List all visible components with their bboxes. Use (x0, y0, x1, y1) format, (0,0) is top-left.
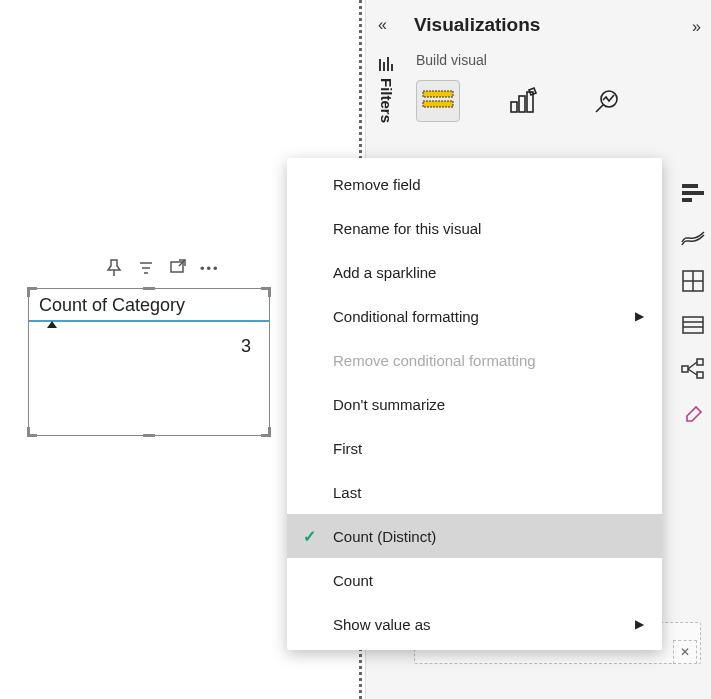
remove-field-button[interactable]: ✕ (673, 640, 697, 664)
filter-icon[interactable] (136, 258, 156, 278)
submenu-arrow-icon: ▶ (635, 309, 644, 323)
checkmark-icon: ✓ (303, 527, 316, 546)
focus-mode-icon[interactable] (168, 258, 188, 278)
menu-first[interactable]: First (287, 426, 662, 470)
resize-handle-br[interactable] (261, 427, 271, 437)
menu-conditional-formatting[interactable]: Conditional formatting▶ (287, 294, 662, 338)
menu-count[interactable]: Count (287, 558, 662, 602)
field-context-menu: Remove field Rename for this visual Add … (287, 158, 662, 650)
pane-title: Visualizations (406, 14, 711, 36)
pane-subtitle: Build visual (406, 36, 711, 80)
svg-rect-6 (379, 59, 381, 71)
resize-handle-bl[interactable] (27, 427, 37, 437)
build-tab[interactable] (416, 80, 460, 122)
svg-rect-12 (511, 102, 517, 112)
svg-line-30 (688, 369, 697, 375)
svg-rect-8 (387, 57, 389, 71)
eraser-icon[interactable] (678, 398, 708, 428)
svg-rect-26 (682, 366, 688, 372)
stacked-bar-chart-icon[interactable] (678, 178, 708, 208)
svg-rect-23 (683, 317, 703, 333)
more-options-icon[interactable]: ••• (200, 261, 220, 276)
visual-floating-toolbar: ••• (104, 258, 220, 278)
format-tabs (406, 80, 711, 122)
svg-rect-27 (697, 359, 703, 365)
filters-label: Filters (378, 78, 395, 123)
menu-add-sparkline[interactable]: Add a sparkline (287, 250, 662, 294)
cell-value: 3 (29, 322, 269, 357)
svg-line-29 (688, 362, 697, 369)
paintbrush-icon (507, 86, 537, 116)
table-visual[interactable]: Count of Category 3 (28, 288, 270, 436)
treemap-icon[interactable] (678, 266, 708, 296)
filters-bar-icon (377, 56, 395, 74)
svg-rect-10 (423, 91, 453, 97)
menu-dont-summarize[interactable]: Don't summarize (287, 382, 662, 426)
pin-icon[interactable] (104, 258, 124, 278)
column-header-label: Count of Category (39, 295, 185, 315)
menu-remove-conditional-formatting: Remove conditional formatting (287, 338, 662, 382)
build-visual-icon (421, 87, 455, 115)
collapse-pane-icon[interactable]: « (378, 16, 387, 34)
svg-rect-9 (391, 64, 393, 71)
svg-rect-17 (682, 184, 698, 188)
analytics-icon (591, 86, 621, 116)
svg-rect-28 (697, 372, 703, 378)
resize-handle-bottom[interactable] (143, 434, 155, 437)
svg-rect-11 (423, 101, 453, 107)
svg-rect-19 (682, 198, 692, 202)
analytics-tab[interactable] (584, 80, 628, 122)
filters-tab[interactable]: Filters (374, 56, 398, 123)
table-icon[interactable] (678, 310, 708, 340)
format-tab[interactable] (500, 80, 544, 122)
visualization-gallery-strip (675, 178, 711, 428)
menu-remove-field[interactable]: Remove field (287, 162, 662, 206)
expand-pane-icon[interactable]: » (692, 18, 701, 36)
svg-rect-13 (519, 96, 525, 112)
menu-count-distinct[interactable]: ✓Count (Distinct) (287, 514, 662, 558)
svg-rect-18 (682, 191, 704, 195)
menu-show-value-as[interactable]: Show value as▶ (287, 602, 662, 646)
submenu-arrow-icon: ▶ (635, 617, 644, 631)
sort-asc-icon (47, 321, 57, 328)
ribbon-chart-icon[interactable] (678, 222, 708, 252)
menu-rename-for-visual[interactable]: Rename for this visual (287, 206, 662, 250)
svg-rect-7 (383, 62, 385, 71)
menu-last[interactable]: Last (287, 470, 662, 514)
decomposition-tree-icon[interactable] (678, 354, 708, 384)
column-header[interactable]: Count of Category (29, 289, 269, 322)
svg-line-5 (179, 260, 185, 266)
svg-line-16 (596, 105, 603, 112)
